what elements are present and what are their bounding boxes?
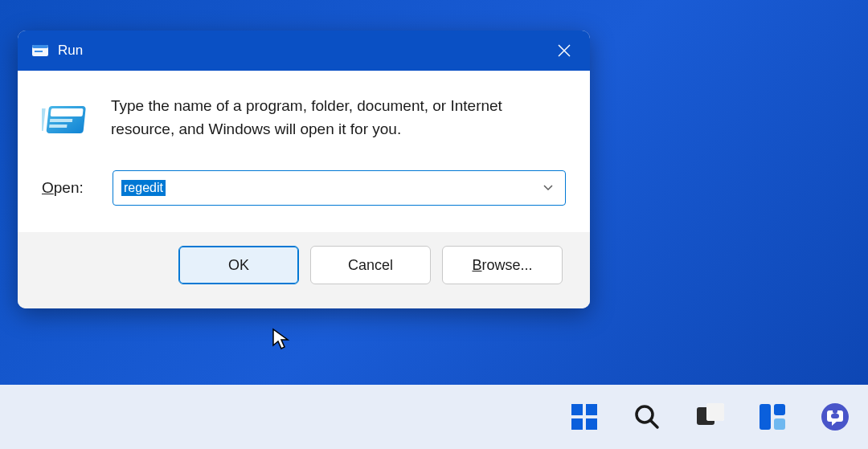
svg-rect-13 xyxy=(571,418,583,430)
chat-button[interactable] xyxy=(818,400,852,434)
titlebar: Run xyxy=(18,31,590,71)
svg-rect-21 xyxy=(774,404,785,415)
button-row: OK Cancel Browse... xyxy=(42,246,566,284)
svg-rect-11 xyxy=(571,404,583,415)
dialog-body: Type the name of a program, folder, docu… xyxy=(18,71,590,308)
close-icon xyxy=(558,44,571,57)
svg-rect-7 xyxy=(50,119,72,122)
open-label: Open: xyxy=(42,179,98,197)
search-icon xyxy=(633,403,661,431)
svg-point-25 xyxy=(833,409,837,414)
cursor-icon xyxy=(272,328,291,355)
close-button[interactable] xyxy=(553,39,575,62)
info-row: Type the name of a program, folder, docu… xyxy=(42,95,566,145)
search-button[interactable] xyxy=(630,400,664,434)
chevron-down-icon[interactable] xyxy=(542,181,554,195)
chat-icon xyxy=(820,402,850,432)
browse-button[interactable]: Browse... xyxy=(442,246,563,284)
svg-rect-22 xyxy=(774,418,785,430)
svg-rect-6 xyxy=(51,108,84,116)
taskbar xyxy=(0,385,868,449)
svg-line-16 xyxy=(651,421,657,427)
task-view-button[interactable] xyxy=(693,400,727,434)
open-combobox[interactable]: regedit xyxy=(113,170,566,206)
svg-rect-26 xyxy=(831,414,839,418)
svg-rect-8 xyxy=(49,124,67,128)
task-view-icon xyxy=(695,403,724,431)
svg-rect-2 xyxy=(35,51,43,52)
cancel-button[interactable]: Cancel xyxy=(310,246,431,284)
dialog-title: Run xyxy=(58,43,553,59)
svg-rect-20 xyxy=(760,404,771,430)
open-input-value[interactable]: regedit xyxy=(121,180,166,196)
run-icon xyxy=(32,44,48,57)
widgets-button[interactable] xyxy=(755,400,789,434)
widgets-icon xyxy=(758,402,787,431)
windows-logo-icon xyxy=(570,402,599,431)
svg-rect-12 xyxy=(586,404,597,415)
svg-rect-9 xyxy=(42,108,46,131)
start-button[interactable] xyxy=(567,400,601,434)
dialog-description: Type the name of a program, folder, docu… xyxy=(111,95,566,141)
svg-rect-1 xyxy=(32,45,48,48)
svg-rect-19 xyxy=(706,403,724,421)
run-dialog: Run xyxy=(18,31,590,308)
input-row: Open: regedit xyxy=(42,170,566,206)
run-large-icon xyxy=(42,98,88,145)
ok-button[interactable]: OK xyxy=(178,246,299,284)
svg-rect-14 xyxy=(586,418,597,430)
